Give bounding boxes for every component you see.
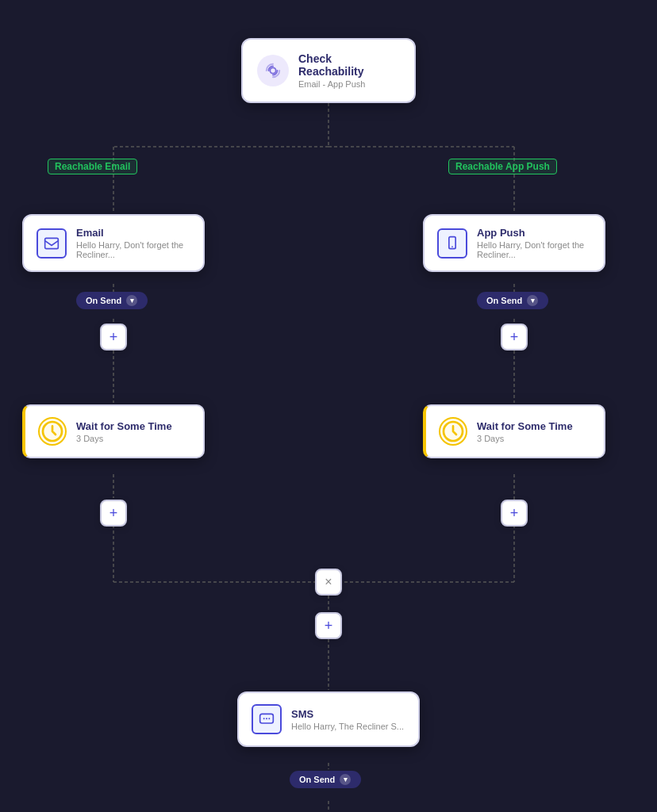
apppush-text: App Push Hello Harry, Don't forget the R…	[477, 227, 591, 259]
plus-wait-left-icon: +	[110, 505, 118, 522]
check-reachability-subtitle: Email - App Push	[298, 79, 400, 89]
add-after-wait-left-button[interactable]: +	[100, 500, 127, 527]
plus-apppush-icon: +	[510, 329, 519, 346]
wait-right-text: Wait for Some Time 3 Days	[477, 420, 573, 443]
add-after-merge-button[interactable]: +	[315, 612, 342, 639]
reachable-email-label: Reachable Email	[48, 159, 137, 174]
apppush-title: App Push	[477, 227, 591, 239]
sms-title: SMS	[291, 708, 404, 720]
svg-point-29	[266, 718, 267, 719]
sms-subtitle: Hello Harry, The Recliner S...	[291, 722, 404, 731]
wait-left-clock-icon	[38, 417, 67, 446]
sms-node[interactable]: SMS Hello Harry, The Recliner S...	[237, 691, 420, 747]
wait-left-title: Wait for Some Time	[76, 420, 172, 432]
email-text: Email Hello Harry, Don't forget the Recl…	[76, 227, 190, 259]
plus-wait-right-icon: +	[510, 505, 519, 522]
svg-point-28	[263, 718, 265, 719]
on-send-sms-label: On Send	[299, 775, 335, 784]
sms-text: SMS Hello Harry, The Recliner S...	[291, 708, 404, 731]
merge-node: ×	[315, 569, 342, 596]
svg-point-30	[268, 718, 270, 719]
on-send-sms[interactable]: On Send ▾	[290, 771, 361, 788]
wait-left-text: Wait for Some Time 3 Days	[76, 420, 172, 443]
reachable-apppush-label: Reachable App Push	[448, 159, 557, 174]
check-reachability-node[interactable]: Check Reachability Email - App Push	[241, 38, 416, 103]
svg-point-21	[270, 67, 275, 73]
plus-email-icon: +	[110, 329, 118, 346]
add-after-email-button[interactable]: +	[100, 324, 127, 350]
chevron-apppush-icon: ▾	[527, 295, 538, 306]
svg-point-24	[451, 246, 453, 247]
merge-icon: ×	[325, 575, 332, 589]
add-after-wait-right-button[interactable]: +	[501, 500, 528, 527]
apppush-icon	[437, 228, 467, 259]
reachability-icon	[257, 55, 289, 86]
email-title: Email	[76, 227, 190, 239]
wait-left-node[interactable]: Wait for Some Time 3 Days	[22, 404, 205, 458]
email-subtitle: Hello Harry, Don't forget the Recliner..…	[76, 240, 190, 259]
sms-icon	[252, 704, 282, 734]
email-icon	[36, 228, 67, 259]
wait-right-node[interactable]: Wait for Some Time 3 Days	[423, 404, 605, 458]
chevron-email-icon: ▾	[126, 295, 137, 306]
email-node[interactable]: Email Hello Harry, Don't forget the Recl…	[22, 214, 205, 272]
on-send-email[interactable]: On Send ▾	[76, 292, 148, 309]
check-reachability-text: Check Reachability Email - App Push	[298, 52, 400, 89]
apppush-node[interactable]: App Push Hello Harry, Don't forget the R…	[423, 214, 605, 272]
plus-merge-icon: +	[325, 618, 333, 634]
wait-left-subtitle: 3 Days	[76, 434, 172, 443]
wait-right-title: Wait for Some Time	[477, 420, 573, 432]
svg-rect-22	[45, 238, 59, 248]
on-send-apppush-label: On Send	[486, 296, 522, 305]
wait-right-subtitle: 3 Days	[477, 434, 573, 443]
add-after-apppush-button[interactable]: +	[501, 324, 528, 350]
check-reachability-title: Check Reachability	[298, 52, 400, 78]
on-send-email-label: On Send	[86, 296, 121, 305]
apppush-subtitle: Hello Harry, Don't forget the Recliner..…	[477, 240, 591, 259]
on-send-apppush[interactable]: On Send ▾	[477, 292, 548, 309]
wait-right-clock-icon	[439, 417, 467, 446]
chevron-sms-icon: ▾	[340, 774, 351, 785]
